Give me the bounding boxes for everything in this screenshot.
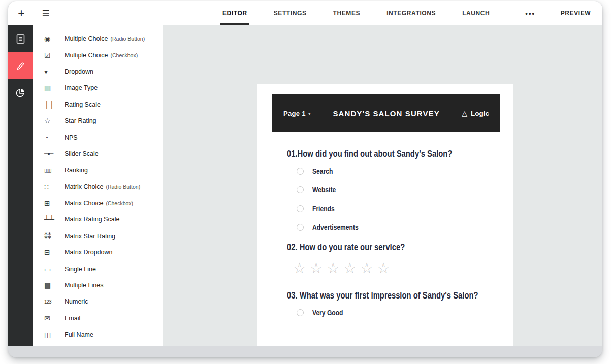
matrix-radio-icon: ∷	[44, 183, 65, 191]
rail-item-editor[interactable]	[8, 52, 33, 79]
question-3[interactable]: 03. What was your first impression of Sa…	[287, 290, 513, 317]
question-type-full-name[interactable]: ◫ Full Name	[33, 326, 163, 343]
matrix-rating-icon: ┴┴	[44, 215, 65, 223]
question-type-matrix-star-rating[interactable]: ⁑⁑ Matrix Star Rating	[33, 228, 163, 244]
question-types-panel: ◉ Multiple Choice (Radio Button) ☑ Multi…	[33, 25, 163, 346]
plus-icon: +	[18, 7, 24, 20]
question-list-button[interactable]: ☰	[35, 1, 57, 25]
question-2[interactable]: 02. How do you rate our service? ☆☆☆☆☆☆	[287, 242, 513, 277]
option-label: Search	[312, 167, 339, 176]
question-type-nps[interactable]: ◔ NPS	[33, 129, 163, 145]
ellipsis-icon: •••	[525, 10, 535, 17]
question-type-label: Star Rating	[65, 117, 96, 124]
question-type-matrix-rating-scale[interactable]: ┴┴ Matrix Rating Scale	[33, 211, 163, 227]
question-type-sublabel: (Radio Button)	[106, 184, 140, 190]
radio-circle-icon[interactable]	[297, 205, 304, 212]
tab-launch[interactable]: LAUNCH	[449, 1, 503, 25]
question-type-label: Full Name	[65, 331, 93, 338]
question-type-sublabel: (Radio Button)	[110, 36, 145, 42]
editor-canvas: Page 1 ▾ SANDY'S SALON SURVEY △ Logic 0	[163, 25, 602, 346]
question-3-option-very-good[interactable]: Very Good	[297, 308, 513, 317]
question-type-ranking[interactable]: ▯▯▯ Ranking	[33, 162, 163, 178]
radio-circle-icon[interactable]	[297, 168, 304, 175]
question-type-multiple-lines[interactable]: ▤ Multiple Lines	[33, 277, 163, 293]
logic-label: Logic	[471, 110, 489, 117]
topbar: + ☰ EDITOR SETTINGS THEMES INTEGRATIONS …	[8, 1, 602, 25]
list-icon: ☰	[42, 8, 49, 19]
question-type-label: Matrix Choice	[65, 200, 103, 207]
question-type-email[interactable]: ✉ Email	[33, 310, 163, 326]
preview-button[interactable]: PREVIEW	[549, 1, 602, 25]
question-type-sublabel: (Checkbox)	[106, 200, 133, 206]
slider-icon: ─●─	[44, 151, 65, 156]
survey-header: Page 1 ▾ SANDY'S SALON SURVEY △ Logic	[272, 94, 500, 132]
rail-item-results[interactable]	[8, 79, 33, 106]
question-type-label: Matrix Star Rating	[65, 233, 115, 240]
question-type-label: NPS	[65, 134, 78, 141]
question-3-title: 03. What was your first impression of Sa…	[287, 290, 513, 301]
option-label: Website	[312, 185, 342, 194]
question-type-matrix-choice-radio[interactable]: ∷ Matrix Choice (Radio Button)	[33, 179, 163, 195]
radio-circle-icon[interactable]	[297, 224, 304, 231]
radio-circle-icon[interactable]	[297, 186, 304, 193]
question-type-multiple-choice-radio[interactable]: ◉ Multiple Choice (Radio Button)	[33, 30, 163, 47]
radio-button-icon: ◉	[44, 35, 65, 43]
question-type-matrix-dropdown[interactable]: ⊟ Matrix Dropdown	[33, 244, 163, 260]
question-type-dropdown[interactable]: ▾ Dropdown	[33, 63, 163, 80]
single-line-icon: ▭	[44, 265, 65, 273]
option-label: Advertisements	[312, 223, 371, 232]
logic-triangle-icon: △	[462, 109, 467, 117]
question-type-star-rating[interactable]: ☆ Star Rating	[33, 113, 163, 129]
logic-button[interactable]: △ Logic	[462, 109, 489, 117]
tab-integrations[interactable]: INTEGRATIONS	[373, 1, 449, 25]
question-type-label: Matrix Rating Scale	[65, 216, 119, 223]
question-type-label: Rating Scale	[65, 101, 101, 108]
radio-circle-icon[interactable]	[297, 309, 304, 316]
question-type-label: Slider Scale	[65, 150, 99, 157]
question-type-image-type[interactable]: ▦ Image Type	[33, 80, 163, 96]
question-1-option-website[interactable]: Website	[297, 185, 513, 194]
document-icon	[16, 34, 25, 44]
question-type-slider-scale[interactable]: ─●─ Slider Scale	[33, 146, 163, 162]
question-type-rating-scale[interactable]: ┼┼ Rating Scale	[33, 96, 163, 113]
question-type-single-line[interactable]: ▭ Single Line	[33, 260, 163, 277]
question-1[interactable]: 01.How did you find out about Sandy's Sa…	[287, 148, 513, 232]
star-rating-input[interactable]: ☆☆☆☆☆☆	[293, 260, 513, 277]
question-1-option-advertisements[interactable]: Advertisements	[297, 223, 513, 232]
question-type-label: Email	[65, 315, 80, 322]
matrix-checkbox-icon: ⊞	[44, 199, 65, 207]
question-1-option-search[interactable]: Search	[297, 167, 513, 176]
question-type-label: Single Line	[65, 266, 96, 273]
question-1-option-friends[interactable]: Friends	[297, 204, 513, 213]
questions-area: 01.How did you find out about Sandy's Sa…	[257, 132, 513, 317]
multiple-lines-icon: ▤	[44, 281, 65, 289]
app-window: + ☰ EDITOR SETTINGS THEMES INTEGRATIONS …	[8, 1, 602, 357]
add-question-button[interactable]: +	[8, 1, 35, 25]
image-icon: ▦	[44, 84, 65, 92]
full-name-icon: ◫	[44, 330, 65, 339]
question-type-numeric[interactable]: 123 Numeric	[33, 293, 163, 310]
option-label: Friends	[312, 204, 341, 213]
email-icon: ✉	[44, 314, 65, 322]
question-type-label: Dropdown	[65, 68, 93, 75]
question-type-matrix-choice-checkbox[interactable]: ⊞ Matrix Choice (Checkbox)	[33, 195, 163, 211]
nps-gauge-icon: ◔	[44, 134, 65, 142]
page-selector[interactable]: Page 1 ▾	[283, 110, 311, 117]
matrix-star-icon: ⁑⁑	[44, 232, 65, 240]
star-icon: ☆	[44, 117, 65, 125]
dropdown-icon: ▾	[44, 68, 65, 76]
rail-item-build[interactable]	[8, 25, 33, 52]
rating-scale-icon: ┼┼	[44, 101, 65, 109]
question-type-label: Multiple Choice	[65, 35, 108, 42]
question-2-title: 02. How do you rate our service?	[287, 242, 513, 253]
tab-themes[interactable]: THEMES	[320, 1, 374, 25]
more-menu-button[interactable]: •••	[512, 1, 549, 25]
pie-chart-icon	[15, 88, 25, 98]
pencil-icon	[16, 61, 25, 71]
question-type-label: Image Type	[65, 84, 98, 91]
ranking-bars-icon: ▯▯▯	[44, 168, 65, 173]
tab-editor[interactable]: EDITOR	[209, 1, 261, 25]
page-selector-label: Page 1	[283, 110, 306, 117]
tab-settings[interactable]: SETTINGS	[261, 1, 320, 25]
question-type-multiple-choice-checkbox[interactable]: ☑ Multiple Choice (Checkbox)	[33, 47, 163, 63]
